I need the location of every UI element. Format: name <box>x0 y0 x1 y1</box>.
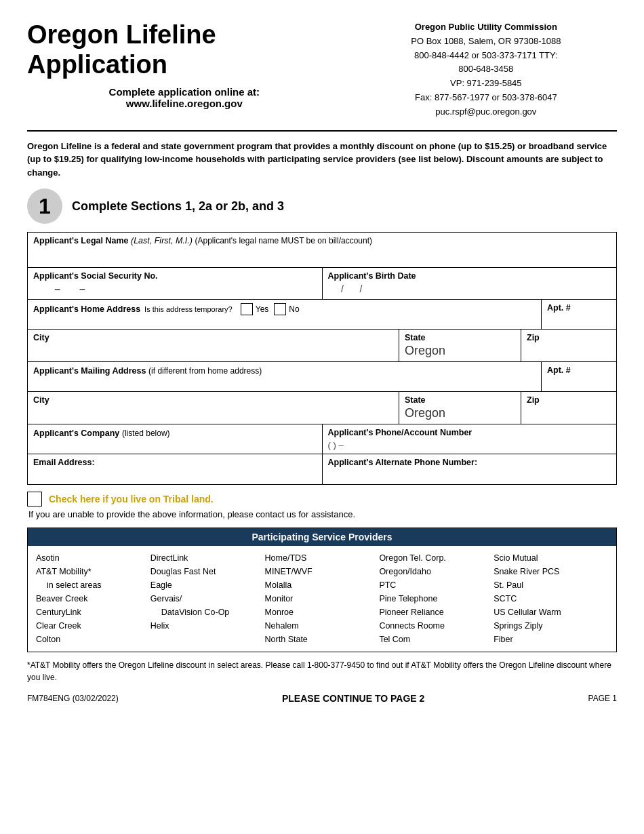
providers-grid: Asotin AT&T Mobility* in select areas Be… <box>28 546 616 652</box>
providers-col-4: Oregon Tel. Corp. Oregon/Idaho PTC Pine … <box>379 551 494 646</box>
mailing-city-state-zip-row: City State Oregon Zip <box>28 392 616 424</box>
email-altphone-row: Email Address: Applicant's Alternate Pho… <box>28 454 616 484</box>
company-cell: Applicant's Company (listed below) <box>28 424 323 454</box>
legal-name-cell: Applicant's Legal Name (Last, First, M.I… <box>28 233 616 267</box>
mailing-address-cell: Applicant's Mailing Address (if differen… <box>28 362 542 391</box>
section1-title: Complete Sections 1, 2a or 2b, and 3 <box>72 199 284 214</box>
website-info: Complete application online at: www.life… <box>27 86 342 109</box>
home-address-row: Applicant's Home Address Is this address… <box>28 300 616 330</box>
footer: FM784ENG (03/02/2022) PLEASE CONTINUE TO… <box>27 693 617 704</box>
ssn-cell: Applicant's Social Security No. – – <box>28 268 323 299</box>
section-number: 1 <box>27 188 62 224</box>
providers-col-3: Home/TDS MINET/WVF Molalla Monitor Monro… <box>265 551 380 646</box>
yes-checkbox[interactable] <box>241 303 253 315</box>
state-cell: State Oregon <box>399 330 521 361</box>
legal-name-row: Applicant's Legal Name (Last, First, M.I… <box>28 233 616 268</box>
mailing-city-cell: City <box>28 392 399 424</box>
providers-col-1: Asotin AT&T Mobility* in select areas Be… <box>36 551 150 646</box>
home-address-cell: Applicant's Home Address Is this address… <box>28 300 542 329</box>
program-description: Oregon Lifeline is a federal and state g… <box>27 140 617 180</box>
att-note: *AT&T Mobility offers the Oregon Lifelin… <box>27 659 617 683</box>
no-checkbox[interactable] <box>274 303 286 315</box>
contact-info: Oregon Public Utility Commission PO Box … <box>355 20 617 119</box>
tribal-row: Check here if you live on Tribal land. <box>27 492 617 507</box>
dob-cell: Applicant's Birth Date / / <box>323 268 617 299</box>
zip-cell: Zip <box>521 330 616 361</box>
assistance-text: If you are unable to provide the above i… <box>28 509 617 519</box>
page-number: PAGE 1 <box>588 694 617 703</box>
phone-cell: Applicant's Phone/Account Number ( ) – <box>323 424 617 454</box>
page-title: Oregon Lifeline Application <box>27 20 342 79</box>
company-phone-row: Applicant's Company (listed below) Appli… <box>28 424 616 454</box>
ssn-dob-row: Applicant's Social Security No. – – Appl… <box>28 268 616 300</box>
apt-cell: Apt. # <box>542 300 616 329</box>
mailing-state-cell: State Oregon <box>399 392 521 424</box>
section1-header: 1 Complete Sections 1, 2a or 2b, and 3 <box>27 188 617 224</box>
providers-col-2: DirectLink Douglas Fast Net Eagle Gervai… <box>150 551 265 646</box>
form-number: FM784ENG (03/02/2022) <box>27 694 119 703</box>
email-cell: Email Address: <box>28 454 323 484</box>
application-form: Applicant's Legal Name (Last, First, M.I… <box>27 232 617 485</box>
providers-col-5: Scio Mutual Snake River PCS St. Paul SCT… <box>494 551 608 646</box>
header-divider <box>27 130 617 132</box>
mailing-apt-cell: Apt. # <box>542 362 616 391</box>
city-state-zip-row: City State Oregon Zip <box>28 330 616 362</box>
tribal-label: Check here if you live on Tribal land. <box>49 494 214 504</box>
providers-table: Participating Service Providers Asotin A… <box>27 528 617 652</box>
mailing-zip-cell: Zip <box>521 392 616 424</box>
mailing-address-row: Applicant's Mailing Address (if differen… <box>28 362 616 392</box>
tribal-checkbox[interactable] <box>27 492 42 507</box>
providers-header: Participating Service Providers <box>28 528 616 546</box>
city-cell: City <box>28 330 399 361</box>
continue-text: PLEASE CONTINUE TO PAGE 2 <box>282 693 424 704</box>
alt-phone-cell: Applicant's Alternate Phone Number: <box>323 454 617 484</box>
